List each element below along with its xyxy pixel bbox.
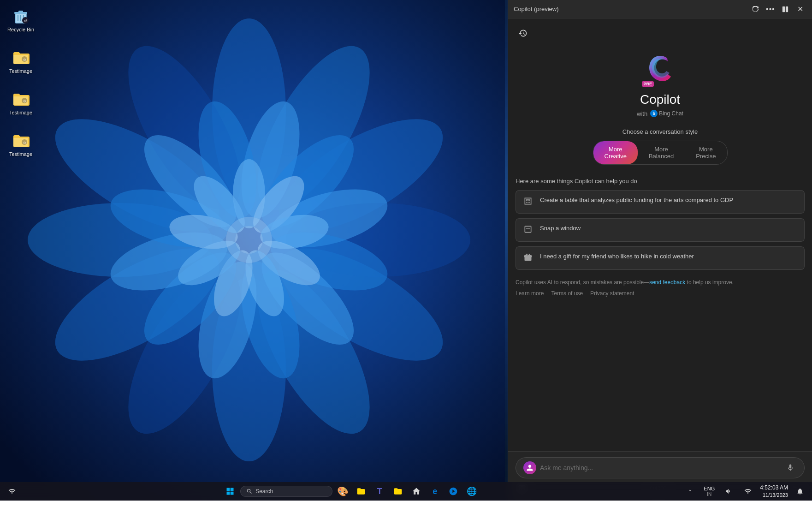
history-button[interactable] — [516, 26, 530, 41]
recycle-bin-icon[interactable]: ↺ Recycle Bin — [5, 5, 37, 35]
learn-more-link[interactable]: Learn more — [516, 290, 544, 297]
svg-rect-52 — [227, 488, 230, 491]
bing-badge: b Bing Chat — [650, 110, 683, 117]
snap-icon — [523, 225, 534, 236]
layout-button[interactable] — [779, 3, 792, 16]
clock[interactable]: 4:52:03 AM 11/13/2023 — [760, 484, 788, 499]
suggestion-gift[interactable]: I need a gift for my friend who likes to… — [516, 246, 805, 270]
svg-rect-54 — [227, 492, 230, 495]
windows-icon — [226, 487, 234, 495]
wallpaper — [0, 0, 505, 501]
avatar-icon — [526, 464, 533, 471]
suggestion-gift-text: I need a gift for my friend who likes to… — [540, 252, 694, 261]
suggestion-table-text: Create a table that analyzes public fund… — [540, 196, 733, 204]
time-label: 4:52:03 AM — [760, 484, 788, 492]
folder3-image: ⊙ — [12, 131, 30, 149]
copilot-header: Copilot (preview) ••• ✕ — [508, 0, 812, 18]
copilot-header-controls: ••• ✕ — [749, 3, 806, 16]
suggestion-snap-text: Snap a window — [540, 224, 581, 233]
testimage2-icon[interactable]: ⊙ Testimage — [5, 88, 37, 118]
close-button[interactable]: ✕ — [794, 3, 806, 16]
search-icon — [246, 488, 253, 495]
taskbar-left — [4, 483, 20, 500]
taskbar-home[interactable] — [408, 483, 425, 500]
svg-rect-38 — [18, 11, 23, 12]
copilot-subtitle: with b Bing Chat — [637, 110, 683, 117]
store-icon — [449, 487, 458, 496]
refresh-icon — [753, 6, 759, 12]
wifi-icon — [744, 488, 752, 495]
creative-style-button[interactable]: MoreCreative — [593, 141, 638, 164]
network-tray-button[interactable] — [740, 483, 756, 500]
suggestion-table[interactable]: Create a table that analyzes public fund… — [516, 190, 805, 214]
svg-text:⊙: ⊙ — [23, 99, 26, 103]
svg-text:⊙: ⊙ — [23, 141, 26, 145]
folder2-icon — [393, 487, 403, 496]
history-icon — [518, 29, 528, 38]
tray-expand-button[interactable]: ⌃ — [682, 483, 698, 500]
mic-icon — [786, 464, 794, 472]
taskbar-edge[interactable]: e — [427, 483, 443, 500]
copilot-panel-title: Copilot (preview) — [514, 6, 559, 12]
terms-link[interactable]: Terms of use — [551, 290, 583, 297]
pre-badge: PRE — [642, 81, 654, 87]
copilot-body: PRE Copilot with b Bing Chat Choose a co… — [508, 18, 812, 451]
language-label: ENG — [704, 486, 715, 491]
taskbar-chrome[interactable]: 🌐 — [463, 483, 480, 500]
chat-input[interactable] — [540, 464, 780, 471]
svg-rect-51 — [786, 6, 788, 12]
disclaimer-text: Copilot uses AI to respond, so mistakes … — [516, 278, 805, 286]
svg-rect-53 — [231, 488, 234, 491]
privacy-link[interactable]: Privacy statement — [590, 290, 634, 297]
language-button[interactable]: ENG IN — [701, 483, 717, 500]
svg-rect-50 — [782, 6, 785, 12]
input-row — [516, 457, 805, 478]
user-avatar — [523, 461, 536, 474]
svg-text:⊙: ⊙ — [23, 58, 26, 62]
copilot-logo: PRE — [642, 50, 679, 87]
balanced-style-button[interactable]: MoreBalanced — [638, 141, 685, 164]
more-options-button[interactable]: ••• — [764, 3, 777, 16]
folder-icon — [356, 487, 366, 496]
network-icon — [8, 488, 16, 495]
notification-icon — [796, 488, 804, 495]
suggestion-snap[interactable]: Snap a window — [516, 218, 805, 242]
precise-style-button[interactable]: MorePrecise — [685, 141, 727, 164]
network-button[interactable] — [4, 483, 20, 500]
folder2-image: ⊙ — [12, 89, 30, 108]
taskbar-explorer[interactable] — [353, 483, 369, 500]
search-bar[interactable]: Search — [240, 486, 332, 497]
folder1-image: ⊙ — [12, 48, 30, 66]
language-sub: IN — [704, 492, 715, 497]
volume-button[interactable] — [720, 483, 737, 500]
svg-text:↺: ↺ — [24, 19, 27, 23]
microphone-button[interactable] — [784, 461, 797, 474]
layout-icon — [782, 6, 788, 12]
copilot-panel: Copilot (preview) ••• ✕ — [508, 0, 812, 501]
start-button[interactable] — [222, 483, 238, 500]
copilot-name: Copilot — [640, 92, 680, 107]
send-feedback-link[interactable]: send feedback — [649, 279, 685, 286]
svg-point-35 — [235, 226, 263, 254]
bing-icon: b — [650, 110, 658, 117]
taskbar-store[interactable] — [445, 483, 462, 500]
home-icon — [412, 487, 421, 496]
system-tray: ⌃ ENG IN — [682, 483, 756, 500]
notification-button[interactable] — [792, 483, 808, 500]
copilot-header-left: Copilot (preview) — [514, 6, 559, 12]
testimage1-icon[interactable]: ⊙ Testimage — [5, 46, 37, 76]
testimage3-icon[interactable]: ⊙ Testimage — [5, 129, 37, 159]
table-icon — [523, 197, 534, 208]
disclaimer-links: Learn more Terms of use Privacy statemen… — [516, 290, 805, 297]
taskbar: Search 🎨 T e — [0, 482, 812, 501]
taskbar-teams[interactable]: T — [371, 483, 388, 500]
refresh-button[interactable] — [749, 3, 762, 16]
gift-icon — [523, 253, 534, 264]
recycle-bin-image: ↺ — [12, 6, 30, 25]
date-label: 11/13/2023 — [760, 492, 788, 499]
style-label: Choose a conversation style — [622, 128, 698, 135]
taskbar-emoji[interactable]: 🎨 — [334, 483, 351, 500]
taskbar-folder2[interactable] — [390, 483, 406, 500]
style-buttons: MoreCreative MoreBalanced MorePrecise — [593, 141, 728, 165]
suggestions-header: Here are some things Copilot can help yo… — [516, 178, 637, 185]
